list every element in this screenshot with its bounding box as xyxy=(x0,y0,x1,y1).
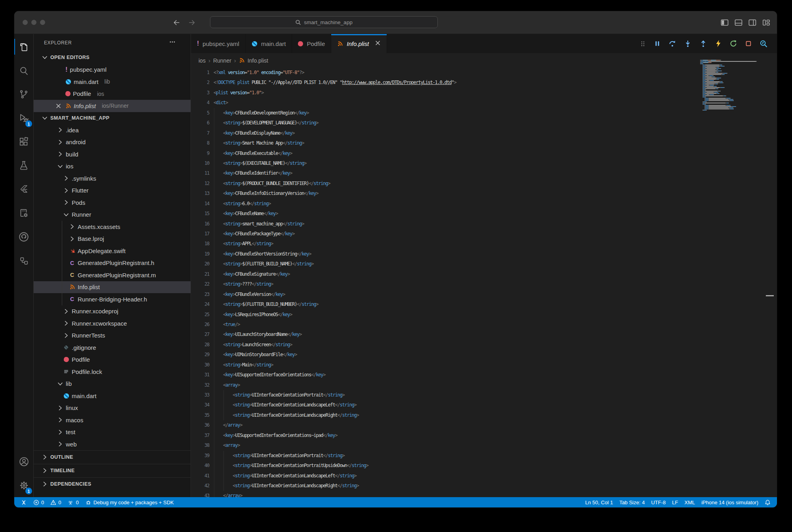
tree-item--symlinks[interactable]: .symlinks xyxy=(34,172,191,185)
open-editor-item[interactable]: !pubspec.yaml xyxy=(34,64,191,76)
tree-item-info-plist[interactable]: Info.plist xyxy=(34,281,191,294)
tree-item-label: linux xyxy=(66,404,78,411)
zoom-window-button[interactable] xyxy=(40,20,45,25)
close-icon[interactable] xyxy=(375,40,381,47)
status-warning[interactable]: 0 xyxy=(47,500,64,505)
tree-item-linux[interactable]: linux xyxy=(34,402,191,414)
tab-podfile[interactable]: Podfile xyxy=(292,34,331,53)
pause-icon[interactable] xyxy=(654,40,661,47)
tree-item-runner[interactable]: Runner xyxy=(34,209,191,221)
step-out-icon[interactable] xyxy=(699,40,707,48)
overview-ruler[interactable] xyxy=(765,53,777,497)
activity-item-references[interactable] xyxy=(14,249,33,273)
status-ln-50-col-1[interactable]: Ln 50, Col 1 xyxy=(582,500,616,505)
section-header-timeline[interactable]: TIMELINE xyxy=(34,464,191,477)
restart-icon[interactable] xyxy=(729,40,737,48)
line-number: 21 xyxy=(191,269,209,279)
code-editor[interactable]: 1<?xml version="1.0" encoding="UTF-8"?>2… xyxy=(191,68,765,497)
minimize-window-button[interactable] xyxy=(31,20,36,25)
open-editor-item[interactable]: Podfileios xyxy=(34,88,191,100)
activity-item-source-control[interactable] xyxy=(14,82,33,106)
toggle-secondary-sidebar-icon[interactable] xyxy=(748,19,756,27)
status-lf[interactable]: LF xyxy=(669,500,681,505)
minimap-line xyxy=(700,107,758,108)
activity-item-explorer[interactable] xyxy=(14,35,33,59)
tree-item-ios[interactable]: ios xyxy=(34,160,191,173)
activity-item-extensions[interactable] xyxy=(14,130,33,154)
tree-item-podfile-lock[interactable]: Podfile.lock xyxy=(34,366,191,378)
tab-info-plist[interactable]: Info.plist xyxy=(331,34,387,53)
customize-layout-icon[interactable] xyxy=(762,19,770,27)
tree-item--idea[interactable]: .idea xyxy=(34,124,191,136)
status-iphone-14-ios-simulator-[interactable]: iPhone 14 (ios simulator) xyxy=(698,500,761,505)
step-into-icon[interactable] xyxy=(684,40,692,48)
tree-item-base-lproj[interactable]: Base.lproj xyxy=(34,233,191,245)
tree-item-podfile[interactable]: Podfile xyxy=(34,354,191,366)
tree-item-pods[interactable]: Pods xyxy=(34,196,191,209)
forward-arrow-icon[interactable] xyxy=(188,19,196,27)
toggle-sidebar-icon[interactable] xyxy=(721,19,729,27)
section-header-dependencies[interactable]: DEPENDENCIES xyxy=(34,477,191,491)
status-xml[interactable]: XML xyxy=(681,500,698,505)
step-over-icon[interactable] xyxy=(668,40,676,48)
status-debug[interactable]: Debug my code + packages + SDK xyxy=(82,500,177,505)
close-icon[interactable] xyxy=(53,103,63,109)
minimap-line xyxy=(700,68,758,69)
minimap[interactable] xyxy=(700,60,758,111)
close-window-button[interactable] xyxy=(23,20,28,25)
hot-reload-icon[interactable] xyxy=(715,40,722,48)
open-editor-item[interactable]: Info.plistios/Runner xyxy=(34,100,191,112)
activity-item-github[interactable] xyxy=(14,225,33,249)
views-and-more-actions-icon[interactable] xyxy=(169,39,176,45)
activity-item-flutter[interactable] xyxy=(14,177,33,201)
section-header-open-editors[interactable]: OPEN EDITORS xyxy=(34,51,191,64)
minimap-line xyxy=(700,99,758,100)
tree-item-flutter[interactable]: Flutter xyxy=(34,185,191,197)
line-content: <string>UIInterfaceOrientationPortraitUp… xyxy=(214,461,368,471)
status-remote[interactable] xyxy=(17,500,30,505)
status-utf-8[interactable]: UTF-8 xyxy=(648,500,669,505)
tab-pubspec-yaml[interactable]: !pubspec.yaml xyxy=(191,34,246,53)
activity-item-account[interactable] xyxy=(14,450,33,473)
status-bell[interactable] xyxy=(761,500,774,505)
tree-item-web[interactable]: web xyxy=(34,438,191,450)
stop-icon[interactable] xyxy=(745,40,752,47)
activity-item-search[interactable] xyxy=(14,59,33,82)
activity-item-testing[interactable] xyxy=(14,154,33,177)
tree-item-generatedpluginregistrant-m[interactable]: CGeneratedPluginRegistrant.m xyxy=(34,269,191,281)
inspector-icon[interactable] xyxy=(760,40,767,48)
back-arrow-icon[interactable] xyxy=(173,19,181,27)
tree-item-main-dart[interactable]: main.dart xyxy=(34,390,191,402)
breadcrumb-item[interactable]: Runner xyxy=(213,57,231,64)
tree-item-generatedpluginregistrant-h[interactable]: CGeneratedPluginRegistrant.h xyxy=(34,257,191,269)
code-line: 35<string>UIInterfaceOrientationLandscap… xyxy=(191,410,765,420)
tree-item-runner-bridging-header-h[interactable]: CRunner-Bridging-Header.h xyxy=(34,293,191,305)
tree-item-appdelegate-swift[interactable]: AppDelegate.swift xyxy=(34,245,191,257)
open-editor-item[interactable]: main.dartlib xyxy=(34,76,191,88)
tree-item-runner-xcodeproj[interactable]: Runner.xcodeproj xyxy=(34,305,191,318)
command-center-search[interactable]: smart_machine_app xyxy=(210,16,438,28)
status-tab-size-4[interactable]: Tab Size: 4 xyxy=(616,500,648,505)
tree-item-runnertests[interactable]: RunnerTests xyxy=(34,330,191,342)
breadcrumb-item[interactable]: ios xyxy=(198,57,206,64)
section-header-outline[interactable]: OUTLINE xyxy=(34,450,191,464)
breadcrumb-file[interactable]: Info.plist xyxy=(248,57,268,64)
activity-item-run-debug[interactable]: 1 xyxy=(14,106,33,130)
tab-main-dart[interactable]: main.dart xyxy=(246,34,292,53)
tree-item--gitignore[interactable]: .gitignore xyxy=(34,341,191,354)
activity-item-project-manager[interactable] xyxy=(14,201,33,225)
activity-item-settings[interactable]: 1 xyxy=(14,473,33,497)
grip-icon[interactable] xyxy=(639,40,646,47)
tree-item-macos[interactable]: macos xyxy=(34,414,191,426)
section-header-project[interactable]: SMART_MACHINE_APP xyxy=(34,112,191,124)
tree-item-runner-xcworkspace[interactable]: Runner.xcworkspace xyxy=(34,317,191,330)
line-content: <key>UILaunchStoryboardName</key> xyxy=(214,330,302,339)
tree-item-android[interactable]: android xyxy=(34,136,191,149)
status-error[interactable]: 0 xyxy=(30,500,47,505)
tree-item-assets-xcassets[interactable]: Assets.xcassets xyxy=(34,221,191,233)
tree-item-lib[interactable]: lib xyxy=(34,378,191,390)
tree-item-build[interactable]: build xyxy=(34,148,191,160)
status-broadcast[interactable]: 0 xyxy=(64,500,82,505)
toggle-panel-icon[interactable] xyxy=(735,19,742,27)
tree-item-test[interactable]: test xyxy=(34,426,191,439)
